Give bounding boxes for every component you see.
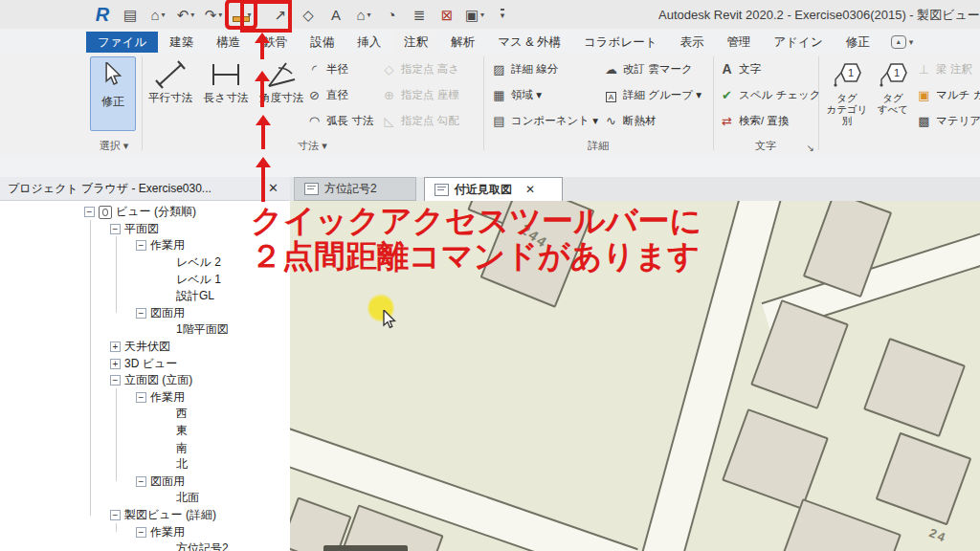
- panel-label-dimension[interactable]: 寸法 ▾: [142, 139, 483, 153]
- chevron-down-icon[interactable]: ▾: [909, 37, 914, 47]
- view-tab-houikigou2[interactable]: 方位記号2: [294, 177, 416, 201]
- spell-check-button[interactable]: ✔ スペル チェック: [719, 84, 821, 105]
- tree-item[interactable]: レベル 2: [0, 254, 290, 272]
- arc-length-dimension-button[interactable]: ◠ 弧長 寸法: [306, 110, 373, 131]
- tree-item[interactable]: 南: [0, 439, 290, 456]
- tree-item[interactable]: 北: [0, 456, 290, 474]
- modify-button[interactable]: 修正: [90, 56, 136, 131]
- aligned-dimension-button[interactable]: 平行寸法: [144, 55, 197, 136]
- tree-item[interactable]: 西: [0, 406, 290, 423]
- tag-by-category-button[interactable]: ◇: [296, 3, 321, 26]
- tree-item[interactable]: +3D ビュー: [0, 355, 290, 372]
- drafting-view-canvas[interactable]: 24424: [290, 201, 980, 551]
- tag-all-button[interactable]: 1 タグ すべて: [872, 55, 914, 136]
- ribbon-tab-解析[interactable]: 解析: [439, 32, 486, 53]
- tree-item[interactable]: 北面: [0, 490, 290, 507]
- tree-item[interactable]: −作業用: [0, 237, 290, 254]
- detail-group-button[interactable]: A 詳細 グループ ▾: [603, 84, 702, 105]
- chevron-down-icon[interactable]: ▾: [218, 11, 222, 19]
- ribbon-tab-挿入[interactable]: 挿入: [345, 32, 392, 53]
- default-3d-view-button[interactable]: ⌂▾: [351, 3, 376, 26]
- collapse-icon[interactable]: −: [136, 476, 146, 487]
- chevron-down-icon[interactable]: ▾: [480, 11, 484, 19]
- radial-dimension-button[interactable]: ◜ 半径: [306, 58, 348, 79]
- collapse-icon[interactable]: −: [136, 308, 146, 319]
- ribbon-tab-表示[interactable]: 表示: [669, 32, 716, 53]
- ribbon-tab-設備[interactable]: 設備: [299, 32, 345, 53]
- ribbon-tab-コラボレート[interactable]: コラボレート: [572, 32, 668, 53]
- tree-item[interactable]: 方位記号2: [0, 540, 290, 551]
- tree-item[interactable]: −作業用: [0, 523, 290, 540]
- switch-windows-button[interactable]: ▣▾: [462, 3, 487, 26]
- close-hidden-windows-button[interactable]: ⊠: [434, 3, 459, 26]
- material-tag-button[interactable]: ▩ マテリア: [916, 110, 980, 131]
- chevron-down-icon[interactable]: ▾: [190, 11, 194, 19]
- ribbon-tab-アドイン[interactable]: アドイン: [763, 32, 835, 53]
- collapse-icon[interactable]: −: [110, 510, 121, 520]
- aligned-dimension-button[interactable]: ↗: [268, 3, 293, 26]
- section-button[interactable]: ◔: [379, 3, 404, 26]
- collapse-icon[interactable]: −: [136, 527, 146, 538]
- multi-category-tag-button[interactable]: ▣ マルチ カ: [916, 84, 980, 105]
- revit-logo[interactable]: R: [90, 3, 115, 26]
- view-cube-button[interactable]: ⌂▾: [145, 3, 170, 26]
- ribbon-tab-管理[interactable]: 管理: [716, 32, 763, 53]
- text-button[interactable]: A: [323, 3, 348, 26]
- tree-item[interactable]: −図面用: [0, 474, 290, 491]
- collapse-icon[interactable]: −: [84, 207, 95, 217]
- region-button[interactable]: ▦ 領域 ▾: [491, 84, 542, 105]
- tree-item[interactable]: 東: [0, 423, 290, 440]
- button-label: 梁 注釈: [936, 62, 972, 77]
- find-replace-button[interactable]: ⇄ 検索/ 置換: [719, 110, 789, 131]
- diameter-dimension-button[interactable]: ⊘ 直径: [306, 84, 348, 105]
- tree-item[interactable]: −立面図 (立面): [0, 372, 290, 389]
- linear-dimension-button[interactable]: 長さ寸法: [199, 55, 253, 136]
- tree-item[interactable]: 設計GL: [0, 288, 290, 305]
- tree-item[interactable]: −ビュー (分類順): [0, 204, 290, 221]
- close-icon[interactable]: ✕: [525, 183, 535, 196]
- view-tab-fukinmitorizu[interactable]: 付近見取図 ✕: [424, 177, 563, 201]
- tree-item[interactable]: 1階平面図: [0, 321, 290, 339]
- collapse-icon[interactable]: −: [110, 375, 121, 386]
- properties-button[interactable]: ▤: [118, 3, 143, 26]
- collapse-icon[interactable]: −: [136, 392, 146, 403]
- ribbon-tab-構造[interactable]: 構造: [205, 32, 252, 53]
- ribbon-tab-建築[interactable]: 建築: [158, 32, 205, 53]
- expand-icon[interactable]: +: [110, 342, 121, 352]
- dialog-launcher-icon[interactable]: ↘: [807, 143, 814, 153]
- close-icon[interactable]: ✕: [268, 181, 278, 195]
- tag-by-category-button[interactable]: 1 タグ カテゴリ別: [824, 55, 870, 136]
- chevron-down-icon[interactable]: ▾: [368, 11, 371, 19]
- expand-icon[interactable]: +: [110, 359, 121, 369]
- text-button[interactable]: A 文字: [719, 58, 761, 79]
- minimize-ribbon-button[interactable]: ▴▾: [891, 32, 914, 53]
- tree-item[interactable]: レベル 1: [0, 271, 290, 288]
- redo-button[interactable]: ↷▾: [201, 3, 226, 26]
- panel-label-text[interactable]: 文字: [713, 139, 818, 153]
- undo-button[interactable]: ↶▾: [173, 3, 198, 26]
- component-button[interactable]: ▤ コンポーネント ▾: [491, 110, 598, 131]
- thin-lines-button[interactable]: ≣: [407, 3, 432, 26]
- measure-2pt-button[interactable]: ↔▾: [229, 3, 254, 26]
- collapse-icon[interactable]: −: [110, 224, 121, 234]
- tree-item[interactable]: −図面用: [0, 305, 290, 322]
- ribbon-tab-ファイル[interactable]: ファイル: [86, 32, 158, 53]
- panel-label-detail[interactable]: 詳細: [483, 139, 713, 153]
- angular-dimension-button[interactable]: 角度寸法: [255, 55, 308, 136]
- project-browser-header[interactable]: プロジェクト ブラウザ - Exercise030... ✕: [0, 177, 290, 201]
- detail-line-button[interactable]: ▨ 詳細 線分: [491, 58, 558, 79]
- tree-item[interactable]: −作業用: [0, 389, 290, 407]
- revision-cloud-button[interactable]: ☁ 改訂 雲マーク: [603, 58, 693, 79]
- panel-label-select[interactable]: 選択 ▾: [86, 139, 142, 153]
- customize-qat-button[interactable]: ▾: [490, 3, 515, 26]
- insulation-button[interactable]: ∿ 断熱材: [603, 110, 657, 131]
- ribbon-tab-鉄骨[interactable]: 鉄骨: [252, 32, 299, 53]
- ribbon-tab-修正[interactable]: 修正: [835, 32, 881, 53]
- ribbon-tab-注釈[interactable]: 注釈: [392, 32, 439, 53]
- collapse-icon[interactable]: −: [136, 240, 146, 251]
- chevron-down-icon[interactable]: ▾: [162, 11, 166, 19]
- ribbon-tab-マス & 外構[interactable]: マス & 外構: [486, 32, 572, 53]
- tree-item[interactable]: +天井伏図: [0, 339, 290, 356]
- tree-item[interactable]: −製図ビュー (詳細): [0, 507, 290, 524]
- tree-item[interactable]: −平面図: [0, 221, 290, 238]
